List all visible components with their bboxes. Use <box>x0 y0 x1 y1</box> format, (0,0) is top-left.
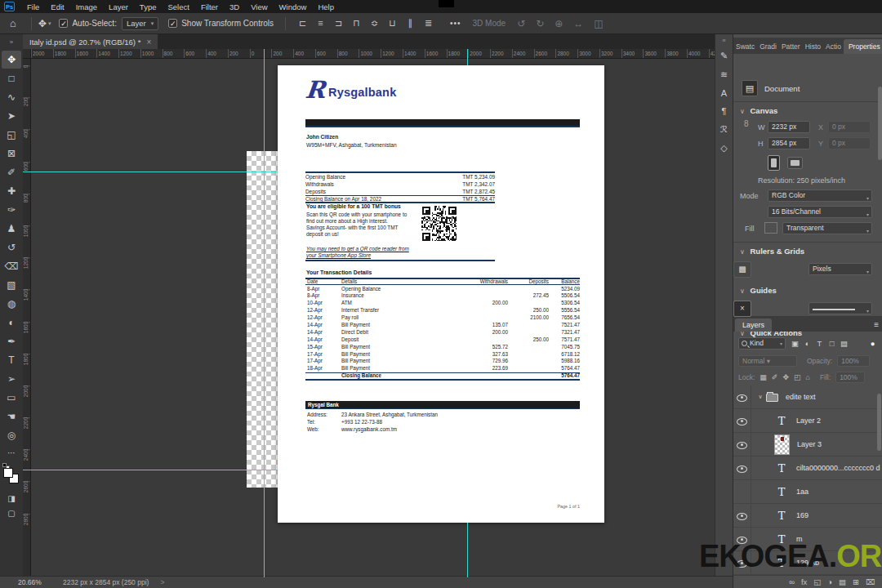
properties-scrollbar[interactable] <box>878 87 882 160</box>
distribute-horizontal-icon[interactable]: ≎ <box>369 18 380 29</box>
libraries-panel-icon[interactable]: ◇ <box>720 143 727 154</box>
panel-tab[interactable]: Actio <box>823 39 844 54</box>
filter-shape-layers-icon[interactable]: □ <box>826 339 837 348</box>
fill-swatch[interactable] <box>764 222 777 234</box>
menu-item[interactable]: Help <box>312 2 340 11</box>
color-chips[interactable] <box>2 463 21 491</box>
zoom-tool[interactable]: ◎ <box>2 426 21 444</box>
vertical-ruler[interactable]: 0200400600800100012001400160018002000220… <box>23 59 31 576</box>
vertical-guide[interactable] <box>467 49 468 65</box>
panel-tab[interactable]: Gradi <box>757 39 779 54</box>
path-selection-tool[interactable]: ➢ <box>2 370 21 388</box>
menu-item[interactable]: View <box>245 2 273 11</box>
layer-row[interactable]: T Layer 2 <box>733 409 882 433</box>
vertical-guide[interactable] <box>467 523 468 577</box>
ruler-corner[interactable] <box>23 49 31 59</box>
paragraph-panel-icon[interactable]: ¶ <box>722 106 727 116</box>
canvas-area[interactable]: R Rysgalbank John Citizen W95M+MFV, Ashg… <box>31 59 715 576</box>
healing-brush-tool[interactable]: ✚ <box>2 182 21 200</box>
layer-effects-icon[interactable]: fx <box>801 577 807 586</box>
layer-row[interactable]: Layer 3 <box>733 433 882 457</box>
photoshop-logo[interactable]: Ps <box>4 2 15 11</box>
menu-item[interactable]: Type <box>134 2 163 11</box>
panel-tab[interactable]: Histo <box>803 39 823 54</box>
screen-mode-icon[interactable]: ▢ <box>2 506 21 520</box>
visibility-toggle[interactable] <box>733 409 751 432</box>
eraser-tool[interactable]: ⌫ <box>2 257 21 275</box>
link-dimensions-icon[interactable]: 8 <box>744 119 749 128</box>
frame-tool[interactable]: ⊠ <box>2 145 21 163</box>
filter-type-layers-icon[interactable]: T <box>814 339 825 348</box>
zoom-level-field[interactable]: 20.66% <box>18 578 63 586</box>
group-caret-icon[interactable]: ∨ <box>755 394 766 400</box>
distribute-vertical-icon[interactable]: ∥ <box>405 18 416 29</box>
align-bottom-edges-icon[interactable]: ⊔ <box>387 18 398 29</box>
units-dropdown[interactable]: Pixels ▾ <box>808 263 872 275</box>
visibility-toggle[interactable] <box>733 551 751 574</box>
filter-toggle-icon[interactable]: ● <box>867 339 878 348</box>
more-options-icon[interactable]: ••• <box>450 19 461 28</box>
adjustment-layer-icon[interactable]: ◑ <box>827 577 832 586</box>
visibility-toggle[interactable] <box>733 480 751 503</box>
lock-all-icon[interactable]: ⌂ <box>805 373 809 381</box>
tab-layers[interactable]: Layers <box>735 318 772 332</box>
brush-tool[interactable]: ✑ <box>2 201 21 219</box>
show-transform-checkbox[interactable]: ✓ <box>168 19 177 28</box>
history-brush-tool[interactable]: ↺ <box>2 238 21 256</box>
hand-tool[interactable]: ☚ <box>2 408 21 425</box>
brush-settings-panel-icon[interactable]: ✎ <box>720 51 728 61</box>
layer-row[interactable]: ∨ edite text <box>733 385 882 409</box>
type-tool[interactable]: T <box>2 351 21 369</box>
clone-source-panel-icon[interactable]: ≋ <box>720 69 728 80</box>
foreground-color-swatch[interactable] <box>3 468 13 478</box>
horizontal-ruler[interactable]: 2000180016001400120010008006004002000200… <box>31 49 715 59</box>
auto-select-dropdown[interactable]: Layer ▾ <box>122 17 158 30</box>
clear-guides-icon[interactable]: × <box>733 301 751 317</box>
menu-item[interactable]: Select <box>162 2 194 11</box>
visibility-toggle[interactable] <box>733 528 751 550</box>
layer-row[interactable]: T m <box>733 528 882 551</box>
character-panel-icon[interactable]: A <box>721 88 727 98</box>
align-left-edges-icon[interactable]: ⊏ <box>297 18 308 29</box>
portrait-orientation-button[interactable] <box>768 155 780 171</box>
new-layer-icon[interactable]: ⊞ <box>853 577 859 586</box>
document-tab[interactable]: Italy id.psd @ 20.7% (RGB/16) * × <box>23 34 158 49</box>
layer-row[interactable]: T 1aa <box>733 480 882 504</box>
lock-artboard-icon[interactable]: ◰ <box>794 373 801 381</box>
layer-row[interactable]: T cilta0000000...ccccccc0 d <box>733 457 882 480</box>
marquee-tool[interactable]: □ <box>2 69 21 87</box>
dodge-tool[interactable]: ◐ <box>2 314 21 332</box>
gradient-tool[interactable]: ▧ <box>2 276 21 294</box>
lock-image-icon[interactable]: ✐ <box>772 373 778 381</box>
lock-position-icon[interactable]: ✥ <box>782 373 789 381</box>
width-field[interactable]: 2232 px <box>768 121 810 133</box>
delete-layer-icon[interactable]: ⌧ <box>866 577 875 586</box>
visibility-toggle[interactable] <box>733 457 751 479</box>
layer-name[interactable]: cilta0000000...ccccccc0 d <box>796 464 880 472</box>
height-field[interactable]: 2854 px <box>768 137 810 149</box>
layer-name[interactable]: m <box>796 535 803 543</box>
align-horizontal-centers-icon[interactable]: ≡ <box>315 18 326 29</box>
visibility-toggle[interactable] <box>733 433 751 456</box>
link-layers-icon[interactable]: ∞ <box>789 577 795 586</box>
auto-select-checkbox[interactable]: ✓ <box>59 19 68 28</box>
lasso-tool[interactable]: ∿ <box>2 88 21 106</box>
panel-tab[interactable]: Patter <box>779 39 803 54</box>
tab-properties[interactable]: Properties <box>844 39 882 54</box>
horizontal-guide[interactable] <box>23 470 278 470</box>
shape-tool[interactable]: ▭ <box>2 389 21 407</box>
menu-item[interactable]: 3D <box>224 2 245 11</box>
menu-item[interactable]: Window <box>274 2 313 11</box>
menu-item[interactable]: File <box>21 2 45 11</box>
bit-depth-dropdown[interactable]: 16 Bits/Channel ▾ <box>768 206 872 218</box>
blend-mode-dropdown[interactable]: Normal ▾ <box>738 355 797 367</box>
filter-smart-objects-icon[interactable]: ▤ <box>839 339 849 348</box>
mode-dropdown[interactable]: RGB Color ▾ <box>768 189 872 202</box>
layer-row[interactable]: T 169 <box>733 504 882 528</box>
filter-adjustment-layers-icon[interactable]: ◐ <box>802 339 813 348</box>
visibility-toggle[interactable] <box>733 504 751 527</box>
crop-tool[interactable]: ◱ <box>2 126 21 144</box>
panel-tab[interactable]: Swatc <box>733 39 757 54</box>
pen-tool[interactable]: ✒ <box>2 332 21 350</box>
menu-item[interactable]: Layer <box>103 2 134 11</box>
